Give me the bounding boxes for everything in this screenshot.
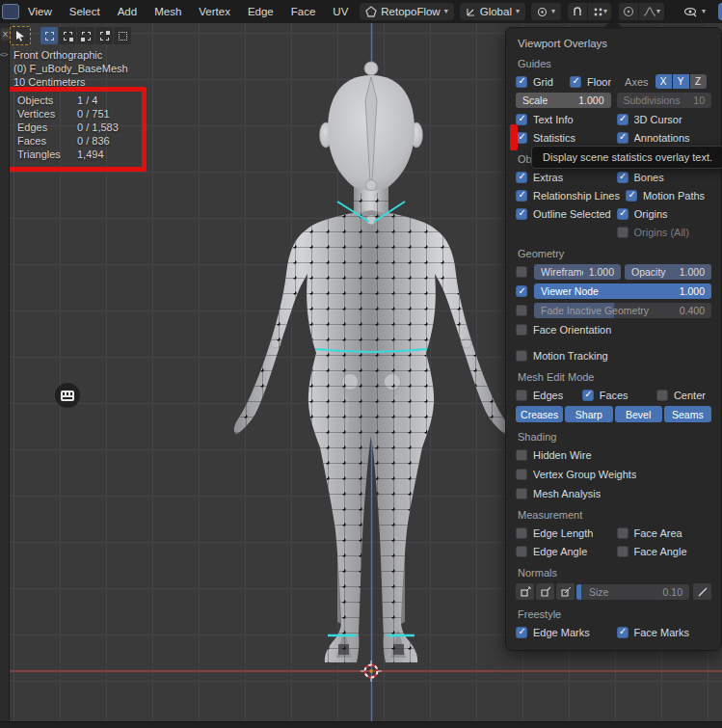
checkbox-face-orientation[interactable]: Face Orientation	[516, 322, 711, 337]
constant-screen-size-button[interactable]	[693, 583, 711, 600]
pivot-point-icon	[537, 7, 548, 17]
checkbox-viewer-node[interactable]	[516, 285, 527, 297]
slider-label: Wireframe	[541, 266, 583, 278]
select-mode-subtract-button[interactable]	[77, 27, 94, 44]
proportional-falloff-dropdown[interactable]: ▾	[639, 3, 664, 20]
checkbox-extras[interactable]: Extras	[516, 170, 611, 184]
normals-size-slider[interactable]: Size 0.10	[576, 584, 689, 600]
checkbox-icon	[516, 527, 527, 539]
checkbox-face-angle[interactable]: Face Angle	[617, 544, 712, 558]
checkbox-icon	[516, 449, 527, 461]
menu-select[interactable]: Select	[61, 0, 109, 23]
checkbox-origins-all[interactable]: Origins (All)	[617, 225, 712, 239]
stat-value: 0 / 751	[77, 108, 119, 120]
view-name-text: Front Orthographic	[13, 48, 128, 62]
checkbox-edge-length[interactable]: Edge Length	[516, 526, 611, 540]
checkbox-3d-cursor[interactable]: 3D Cursor	[617, 112, 712, 126]
face-normals-button[interactable]	[556, 583, 575, 600]
close-button[interactable]: X	[1, 28, 10, 40]
checkbox-faces[interactable]: Faces	[582, 388, 654, 402]
checkbox-face-area[interactable]: Face Area	[617, 526, 712, 540]
opacity-slider[interactable]: Opacity 1.000	[625, 264, 711, 280]
tweak-tool-button[interactable]	[10, 26, 31, 45]
bevel-toggle-button[interactable]: Bevel	[615, 406, 662, 422]
editor-type-icon[interactable]	[2, 4, 19, 19]
checkbox-floor[interactable]: Floor	[570, 74, 611, 89]
screencast-keys-badge	[55, 383, 80, 408]
checkbox-fade-inactive[interactable]	[516, 305, 527, 316]
checkbox-label: Face Area	[634, 527, 682, 539]
menu-add[interactable]: Add	[109, 0, 146, 23]
checkbox-face-marks[interactable]: Face Marks	[617, 625, 712, 639]
slider-value: 1.000	[578, 94, 603, 106]
checkbox-edge-marks[interactable]: Edge Marks	[516, 625, 611, 639]
checkbox-origins[interactable]: Origins	[617, 206, 711, 221]
grid-scale-slider[interactable]: Scale 1.000	[516, 93, 611, 108]
axis-z-toggle[interactable]: Z	[690, 74, 707, 89]
checkbox-wireframe[interactable]	[516, 266, 527, 278]
axis-y-toggle[interactable]: Y	[673, 74, 689, 89]
visibility-dropdown[interactable]: ▾	[678, 3, 711, 20]
checkbox-outline-selected[interactable]: Outline Selected	[516, 206, 611, 221]
left-region-divider[interactable]: X <>	[0, 0, 10, 728]
stat-label: Edges	[17, 121, 67, 133]
transform-orientation-select[interactable]: Global ▾	[460, 3, 525, 20]
checkbox-label: Faces	[600, 390, 628, 401]
pivot-point-dropdown[interactable]: ▾	[531, 3, 561, 20]
checkbox-icon	[656, 390, 668, 401]
checkbox-annotations[interactable]: Annotations	[617, 130, 712, 145]
checkbox-edge-angle[interactable]: Edge Angle	[516, 544, 611, 558]
show-gizmo-toggle[interactable]	[718, 3, 722, 20]
checkbox-relationship-lines[interactable]: Relationship Lines	[516, 188, 620, 202]
snap-target-dropdown[interactable]: ▾	[588, 3, 611, 20]
checkbox-label: Grid	[533, 76, 553, 88]
checkbox-statistics[interactable]: Statistics	[516, 130, 611, 145]
select-mode-extend-button[interactable]	[59, 27, 76, 44]
checkbox-vertex-group-weights[interactable]: Vertex Group Weights	[516, 467, 711, 481]
grid-subdivisions-slider[interactable]: Subdivisions 10	[617, 93, 712, 108]
menu-uv[interactable]: UV	[324, 0, 357, 23]
proportional-editing-toggle[interactable]	[619, 3, 638, 20]
stat-value: 0 / 836	[77, 135, 119, 147]
menu-view[interactable]: View	[19, 0, 61, 23]
split-normals-button[interactable]	[536, 583, 554, 600]
select-mode-invert-button[interactable]	[95, 27, 113, 44]
vertex-normals-button[interactable]	[516, 583, 534, 600]
checkbox-mesh-analysis[interactable]: Mesh Analysis	[516, 486, 711, 500]
expand-arrows-icon[interactable]: <>	[0, 50, 7, 59]
retopoflow-menu-button[interactable]: RetopoFlow ▾	[360, 3, 453, 20]
checkbox-edges[interactable]: Edges	[516, 388, 579, 402]
tooltip: Display scene statistics overlay text.	[531, 146, 722, 169]
checkbox-label: 3D Cursor	[634, 114, 682, 125]
menu-vertex[interactable]: Vertex	[190, 0, 239, 23]
checkbox-text-info[interactable]: Text Info	[516, 112, 611, 126]
cursor-arrow-icon	[15, 30, 25, 41]
menu-face[interactable]: Face	[282, 0, 325, 23]
checkbox-motion-tracking[interactable]: Motion Tracking	[516, 348, 711, 363]
diagonal-line-icon	[697, 586, 709, 598]
axis-x-toggle[interactable]: X	[655, 74, 672, 89]
orientation-label: Global	[480, 6, 512, 17]
eye-icon	[683, 6, 698, 17]
vertex-normal-icon	[520, 586, 531, 598]
fade-inactive-slider[interactable]: Fade Inactive Geometry 0.400	[534, 303, 711, 318]
checkbox-hidden-wire[interactable]: Hidden Wire	[516, 447, 711, 462]
slider-label: Size	[589, 586, 608, 598]
menu-mesh[interactable]: Mesh	[146, 0, 190, 23]
select-mode-set-button[interactable]	[40, 27, 58, 44]
chevron-down-icon: ▾	[444, 8, 448, 15]
seams-toggle-button[interactable]: Seams	[664, 406, 711, 422]
checkbox-bones[interactable]: Bones	[617, 170, 712, 184]
checkbox-motion-paths[interactable]: Motion Paths	[626, 188, 711, 202]
checkbox-center[interactable]: Center	[656, 388, 711, 402]
menu-edge[interactable]: Edge	[239, 0, 282, 23]
wireframe-slider[interactable]: Wireframe 1.000	[534, 264, 621, 280]
checkbox-grid[interactable]: Grid	[516, 74, 570, 89]
viewer-node-slider[interactable]: Viewer Node 1.000	[534, 283, 711, 299]
creases-toggle-button[interactable]: Creases	[516, 406, 563, 422]
checkbox-label: Center	[674, 390, 706, 401]
select-mode-intersect-button[interactable]	[114, 27, 131, 44]
slider-label: Scale	[522, 94, 548, 106]
snap-toggle-button[interactable]	[568, 3, 587, 20]
sharp-toggle-button[interactable]: Sharp	[565, 406, 612, 422]
